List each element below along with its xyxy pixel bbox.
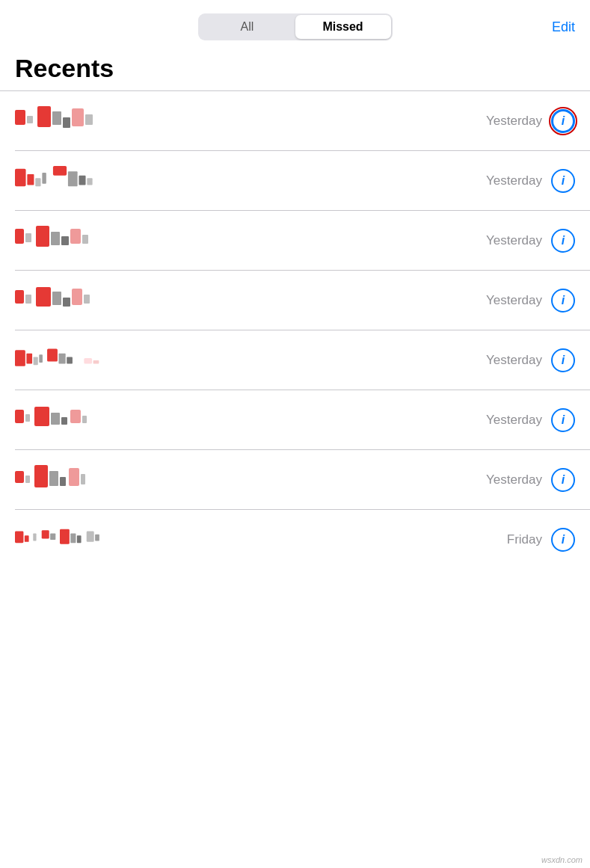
svg-rect-27 bbox=[72, 289, 82, 305]
info-button[interactable]: i bbox=[551, 109, 575, 133]
svg-rect-12 bbox=[68, 171, 78, 186]
info-button[interactable]: i bbox=[551, 348, 575, 372]
watermark: wsxdn.com bbox=[541, 855, 583, 864]
svg-rect-59 bbox=[77, 535, 82, 543]
svg-rect-30 bbox=[26, 354, 32, 364]
svg-rect-58 bbox=[70, 533, 76, 543]
svg-rect-54 bbox=[33, 533, 36, 541]
svg-rect-53 bbox=[25, 535, 29, 542]
svg-rect-46 bbox=[25, 475, 30, 483]
top-bar: All Missed Edit bbox=[0, 0, 590, 48]
svg-rect-38 bbox=[15, 410, 24, 423]
segment-missed[interactable]: Missed bbox=[295, 15, 391, 39]
list-item: Yesterday i bbox=[0, 450, 590, 510]
info-button[interactable]: i bbox=[551, 468, 575, 492]
list-item: Yesterday i bbox=[0, 390, 590, 450]
svg-rect-32 bbox=[39, 354, 43, 363]
svg-rect-1 bbox=[27, 116, 33, 123]
svg-rect-24 bbox=[36, 287, 51, 307]
contact-avatar bbox=[15, 401, 165, 440]
svg-rect-15 bbox=[15, 229, 24, 244]
contact-art bbox=[15, 161, 165, 200]
svg-rect-35 bbox=[67, 357, 73, 363]
svg-rect-44 bbox=[82, 416, 87, 423]
svg-rect-49 bbox=[60, 477, 66, 486]
svg-rect-40 bbox=[34, 407, 49, 426]
svg-rect-0 bbox=[15, 110, 25, 125]
item-right: Yesterday i bbox=[165, 408, 575, 432]
contact-avatar bbox=[15, 341, 165, 380]
info-button[interactable]: i bbox=[551, 289, 575, 313]
contact-art bbox=[15, 341, 165, 380]
timestamp: Yesterday bbox=[486, 173, 542, 188]
svg-rect-34 bbox=[58, 354, 65, 364]
svg-rect-3 bbox=[52, 111, 61, 125]
svg-rect-5 bbox=[72, 108, 84, 126]
edit-button[interactable]: Edit bbox=[552, 19, 575, 35]
svg-rect-22 bbox=[15, 290, 24, 304]
svg-rect-20 bbox=[70, 229, 81, 244]
info-button[interactable]: i bbox=[551, 408, 575, 432]
contact-art bbox=[15, 520, 165, 559]
svg-rect-4 bbox=[63, 117, 70, 128]
svg-rect-2 bbox=[37, 106, 51, 127]
item-right: Yesterday i bbox=[165, 289, 575, 313]
svg-rect-21 bbox=[82, 235, 88, 244]
contact-art bbox=[15, 102, 157, 140]
list-item: Friday i bbox=[0, 510, 590, 570]
svg-rect-28 bbox=[84, 295, 90, 304]
segment-all[interactable]: All bbox=[200, 15, 295, 39]
svg-rect-7 bbox=[15, 169, 26, 187]
svg-rect-60 bbox=[87, 532, 94, 542]
svg-rect-45 bbox=[15, 471, 24, 483]
svg-rect-13 bbox=[79, 176, 85, 185]
info-button[interactable]: i bbox=[551, 229, 575, 253]
svg-rect-55 bbox=[42, 530, 49, 538]
svg-rect-51 bbox=[81, 474, 85, 484]
contact-avatar bbox=[15, 520, 165, 559]
item-right: Yesterday i bbox=[165, 169, 575, 193]
info-button[interactable]: i bbox=[551, 169, 575, 193]
svg-rect-36 bbox=[84, 358, 92, 364]
segment-control[interactable]: All Missed bbox=[198, 13, 393, 40]
contact-art bbox=[15, 281, 157, 320]
list-item: Yesterday i bbox=[0, 91, 590, 151]
timestamp: Yesterday bbox=[486, 413, 542, 428]
svg-rect-23 bbox=[25, 295, 31, 304]
svg-rect-43 bbox=[70, 410, 81, 423]
svg-rect-9 bbox=[35, 178, 40, 186]
svg-rect-26 bbox=[63, 298, 70, 307]
recents-list: Yesterday i Yesterday i bbox=[0, 91, 590, 570]
svg-rect-57 bbox=[60, 529, 70, 544]
timestamp: Yesterday bbox=[486, 233, 542, 248]
svg-rect-50 bbox=[69, 468, 79, 486]
contact-art bbox=[15, 221, 157, 260]
svg-rect-18 bbox=[51, 232, 60, 245]
info-button[interactable]: i bbox=[551, 528, 575, 552]
svg-rect-11 bbox=[53, 166, 67, 176]
svg-rect-61 bbox=[95, 535, 99, 541]
item-right: Yesterday i bbox=[165, 468, 575, 492]
svg-rect-17 bbox=[36, 226, 49, 247]
svg-rect-41 bbox=[51, 413, 60, 425]
item-right: Yesterday i bbox=[165, 348, 575, 372]
timestamp: Yesterday bbox=[486, 114, 542, 129]
svg-rect-33 bbox=[47, 349, 58, 362]
list-item: Yesterday i bbox=[0, 151, 590, 211]
svg-rect-8 bbox=[27, 174, 34, 185]
svg-rect-19 bbox=[61, 236, 69, 245]
contact-avatar bbox=[15, 221, 165, 260]
list-item: Yesterday i bbox=[0, 330, 590, 390]
item-right: Yesterday i bbox=[165, 109, 575, 133]
contact-art bbox=[15, 401, 157, 440]
contact-avatar bbox=[15, 461, 165, 499]
timestamp: Friday bbox=[507, 532, 542, 547]
contact-avatar bbox=[15, 102, 165, 141]
svg-rect-31 bbox=[34, 357, 38, 365]
contact-avatar bbox=[15, 281, 165, 320]
timestamp: Yesterday bbox=[486, 293, 542, 308]
svg-rect-14 bbox=[87, 178, 92, 185]
svg-rect-6 bbox=[85, 114, 93, 125]
list-item: Yesterday i bbox=[0, 211, 590, 271]
list-item: Yesterday i bbox=[0, 271, 590, 330]
